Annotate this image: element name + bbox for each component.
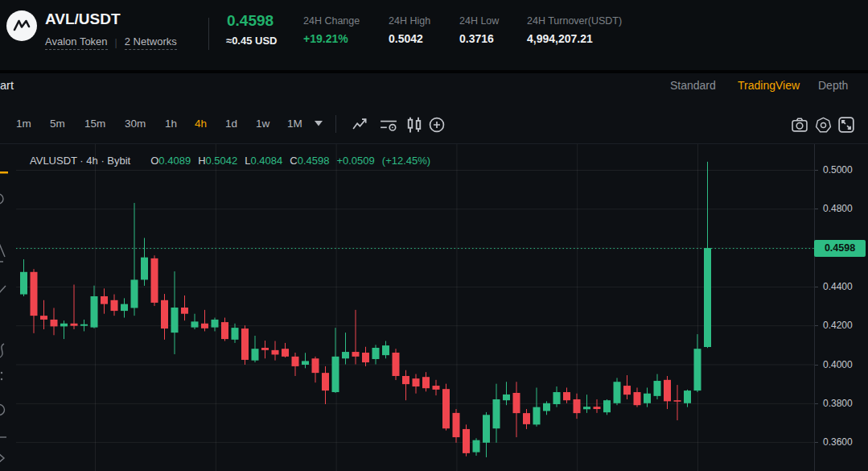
header-divider: [208, 18, 209, 50]
candle-body: [101, 296, 108, 304]
candle-body: [463, 429, 470, 453]
candle-body: [20, 272, 27, 295]
candle-body: [674, 400, 681, 402]
timeframe-5m[interactable]: 5m: [50, 118, 65, 130]
chart-tab-row: art Standard TradingView Depth: [0, 73, 868, 102]
high-label: H: [198, 155, 205, 167]
timeframe-1m[interactable]: 1m: [16, 118, 31, 130]
candle-body: [201, 324, 208, 328]
candle-body: [574, 399, 581, 413]
price-axis-tick: [815, 325, 818, 326]
price-axis-tick: [815, 209, 818, 209]
timeframe-1d[interactable]: 1d: [225, 118, 237, 130]
chevron-down-icon[interactable]: [315, 121, 323, 126]
stat-value: +19.21%: [303, 32, 360, 45]
candle-body: [533, 407, 541, 425]
open-value: 0.4089: [158, 155, 191, 167]
candle-body: [513, 393, 520, 413]
price-axis-tick: [815, 170, 818, 171]
stat-label: 24H High: [389, 15, 430, 27]
price-axis-tick: [815, 403, 818, 404]
settings-icon[interactable]: [815, 117, 831, 133]
candle-body: [212, 320, 219, 328]
usd-equivalent: ≈0.45 USD: [226, 35, 278, 47]
candle-body: [523, 413, 530, 424]
candle-body: [80, 324, 88, 326]
candle-body: [352, 352, 360, 357]
avalon-monogram-icon: [10, 14, 34, 38]
candle-body: [121, 304, 128, 311]
timeframe-1h[interactable]: 1h: [165, 118, 177, 130]
candle-body: [473, 440, 480, 452]
timeframe-15m[interactable]: 15m: [84, 118, 105, 130]
pair-title: AVL/USDT: [45, 10, 121, 28]
change-value: +0.0509: [336, 155, 374, 167]
candle-body: [60, 324, 68, 327]
open-label: O: [150, 155, 158, 167]
close-value: 0.4598: [298, 155, 330, 167]
timeframe-1w[interactable]: 1w: [256, 118, 269, 130]
token-name-link[interactable]: Avalon Token: [45, 35, 108, 50]
candle-body: [644, 394, 651, 403]
candle-body: [433, 386, 440, 390]
chart-canvas[interactable]: [16, 144, 814, 471]
price-axis-tick: [815, 365, 818, 366]
candle-body: [503, 395, 510, 400]
last-price: 0.4598: [227, 12, 274, 30]
timeframe-4h[interactable]: 4h: [195, 118, 207, 130]
tab-chart-partial[interactable]: art: [0, 79, 14, 92]
candle-body: [603, 400, 611, 412]
candle-body: [583, 407, 590, 409]
price-axis-label: 0.3600: [823, 436, 853, 448]
tab-tradingview[interactable]: TradingView: [738, 79, 800, 92]
networks-link[interactable]: 2 Networks: [125, 35, 177, 50]
fullscreen-icon[interactable]: [838, 117, 854, 133]
tab-standard[interactable]: Standard: [670, 79, 716, 92]
price-axis-tick: [815, 287, 818, 287]
stat-24h-turnover: 24H Turnover(USDT) 4,994,207.21: [527, 15, 622, 45]
candle-body: [684, 390, 691, 403]
stat-label: 24H Low: [459, 15, 499, 27]
toolbar-divider: [335, 115, 336, 133]
stat-value: 0.5042: [389, 32, 430, 45]
candle-body: [141, 258, 148, 280]
candle-body: [543, 403, 550, 411]
candle-body: [563, 392, 570, 400]
candle-body: [453, 413, 460, 437]
price-axis-label: 0.4800: [823, 203, 853, 214]
timeframe-1M[interactable]: 1M: [287, 118, 302, 130]
legend-title[interactable]: AVLUSDT · 4h · Bybit: [30, 155, 130, 167]
candle-body: [623, 386, 631, 395]
stat-24h-high: 24H High 0.5042: [389, 15, 430, 45]
camera-icon[interactable]: [792, 117, 808, 133]
candle-body: [171, 308, 179, 333]
drawing-toolbar-partial[interactable]: [0, 144, 16, 471]
price-axis[interactable]: 0.50000.48000.44000.42000.40000.38000.36…: [814, 144, 868, 471]
chart-toolbar: 1m 5m 15m 30m 1h 4h 1d 1w 1M: [0, 102, 868, 144]
candle-body: [442, 389, 450, 428]
line-chart-icon[interactable]: [352, 117, 368, 133]
timeframe-30m[interactable]: 30m: [125, 118, 146, 130]
candle-body: [151, 258, 158, 303]
candle-body: [413, 378, 420, 386]
candle-style-icon[interactable]: [406, 117, 422, 133]
candle-body: [272, 350, 279, 355]
candle-body: [594, 407, 601, 409]
candle-body: [292, 357, 299, 366]
candle-body: [322, 373, 329, 390]
tab-depth[interactable]: Depth: [818, 79, 848, 92]
candle-body: [422, 377, 430, 388]
add-compare-icon[interactable]: [429, 117, 445, 133]
candle-body: [312, 358, 319, 373]
price-axis-label: 0.4200: [823, 320, 853, 331]
stat-label: 24H Turnover(USDT): [527, 15, 622, 27]
candle-body: [402, 376, 409, 384]
candle-body: [31, 272, 38, 316]
stat-24h-low: 24H Low 0.3716: [459, 15, 499, 45]
candlestick-chart[interactable]: [16, 144, 814, 471]
indicators-icon[interactable]: [380, 117, 396, 133]
candle-body: [393, 353, 400, 376]
high-value: 0.5042: [206, 155, 238, 167]
price-axis-label: 0.5000: [823, 164, 853, 176]
price-axis-label: 0.4400: [823, 281, 853, 292]
